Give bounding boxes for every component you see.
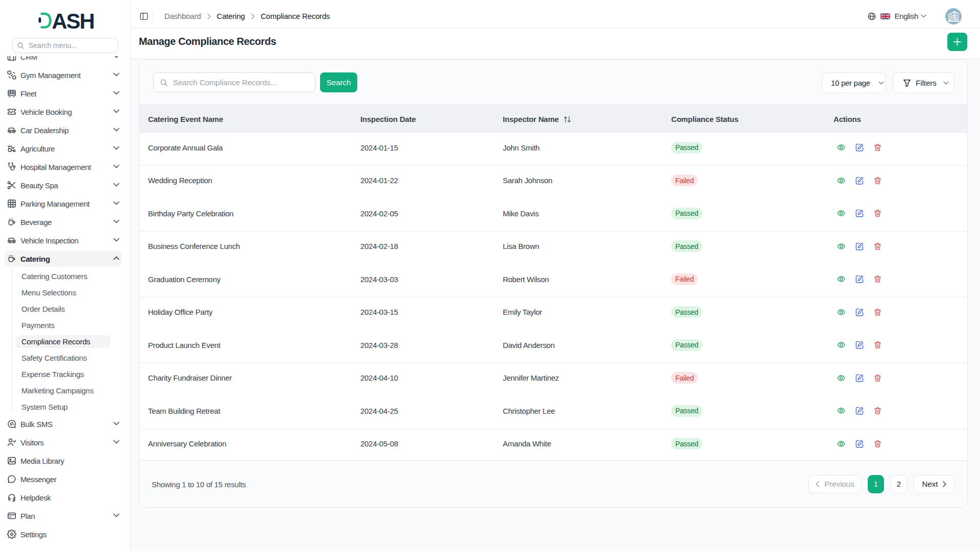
svg-text:ASH: ASH bbox=[52, 11, 94, 31]
